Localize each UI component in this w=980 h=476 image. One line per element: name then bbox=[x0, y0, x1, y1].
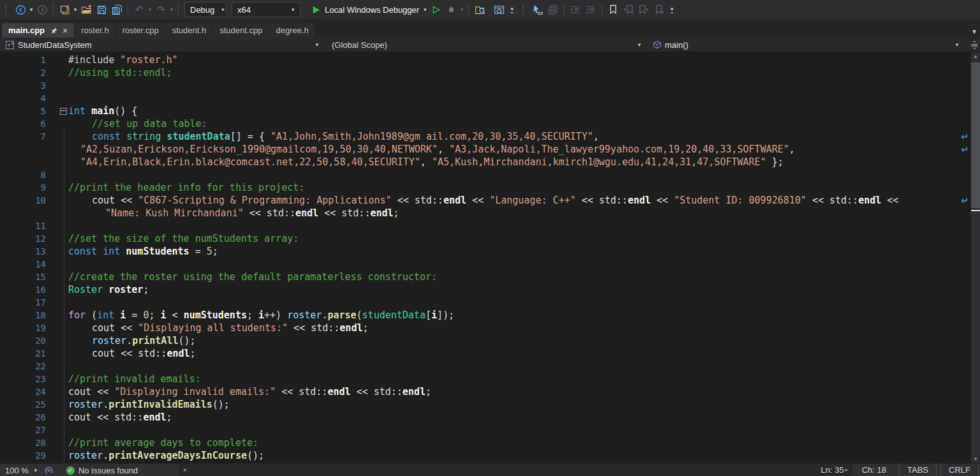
tab-degree-h[interactable]: degree.h bbox=[269, 23, 315, 38]
close-icon[interactable]: × bbox=[63, 26, 68, 36]
chevron-down-icon[interactable]: ▾ bbox=[168, 6, 175, 13]
code-line-28[interactable]: 28//print average days to complete: bbox=[0, 436, 980, 449]
code-line-15[interactable]: 15//create the roster using the default … bbox=[0, 271, 980, 283]
line-number[interactable]: 16 bbox=[0, 283, 46, 296]
tab-roster-h[interactable]: roster.h bbox=[75, 23, 115, 38]
code-line-22[interactable]: 22 bbox=[0, 360, 980, 373]
code-line-wrap[interactable]: "Name: Kush Mirchandani" << std::endl <<… bbox=[0, 207, 980, 219]
code-line-24[interactable]: 24cout << "Displaying invalid emails:" <… bbox=[0, 385, 980, 398]
code-line-23[interactable]: 23//print invalid emails: bbox=[0, 373, 980, 385]
code-line-21[interactable]: 21cout << std::endl; bbox=[0, 347, 980, 360]
scope-dropdown[interactable]: (Global Scope) ▾ bbox=[325, 38, 648, 52]
toolbar-overflow-button[interactable]: ▾ bbox=[510, 6, 514, 13]
code-line-27[interactable]: 27 bbox=[0, 424, 980, 436]
chevron-down-icon[interactable]: ▾ bbox=[28, 6, 34, 13]
solution-configuration-select[interactable]: Debug ▾ bbox=[184, 2, 226, 17]
code-line-13[interactable]: 13const int numStudents = 5; bbox=[0, 245, 980, 258]
tab-roster-cpp[interactable]: roster.cpp bbox=[116, 23, 166, 38]
document-list-dropdown-icon[interactable]: ▼ bbox=[971, 28, 977, 35]
code-line-18[interactable]: 18for (int i = 0; i < numStudents; i++) … bbox=[0, 309, 980, 322]
line-number[interactable]: 15 bbox=[0, 271, 46, 283]
tab-student-cpp[interactable]: student.cpp bbox=[213, 23, 269, 38]
line-number[interactable]: 21 bbox=[0, 347, 46, 360]
code-line-9[interactable]: 9//print the header info for this projec… bbox=[0, 181, 980, 194]
code-line-3[interactable]: 3 bbox=[0, 79, 980, 92]
open-file-button[interactable] bbox=[78, 2, 94, 17]
tab-student-h[interactable]: student.h bbox=[166, 23, 214, 38]
code-line-29[interactable]: 29roster.printAverageDaysInCourse(); bbox=[0, 449, 980, 462]
line-number[interactable]: 20 bbox=[0, 334, 46, 347]
scroll-left-icon[interactable]: ◄ bbox=[180, 464, 189, 476]
copy-item-button[interactable] bbox=[546, 2, 561, 17]
scrollbar-thumb[interactable] bbox=[971, 63, 980, 208]
line-number[interactable]: 27 bbox=[0, 424, 46, 436]
line-number[interactable]: 22 bbox=[0, 360, 46, 373]
save-all-button[interactable] bbox=[109, 2, 124, 17]
redo-button[interactable]: ↷ bbox=[153, 2, 168, 17]
zoom-level[interactable]: 100 % bbox=[5, 466, 29, 475]
code-line-4[interactable]: 4 bbox=[0, 92, 980, 105]
code-line-2[interactable]: 2//using std::endl; bbox=[0, 66, 980, 79]
code-line-1[interactable]: 1#include "roster.h" bbox=[0, 54, 980, 66]
code-line-8[interactable]: 8 bbox=[0, 168, 980, 181]
code-editor[interactable]: 1#include "roster.h"2//using std::endl;3… bbox=[0, 52, 980, 463]
start-without-debugging-button[interactable] bbox=[428, 2, 443, 17]
line-number[interactable]: 29 bbox=[0, 449, 46, 462]
scroll-down-icon[interactable]: ▼ bbox=[971, 456, 980, 462]
start-debugging-button[interactable] bbox=[308, 2, 323, 17]
issues-message[interactable]: No issues found bbox=[78, 466, 138, 475]
code-line-wrap[interactable]: "A4,Erin,Black,Erin.black@comcast.net,22… bbox=[0, 156, 980, 168]
line-number[interactable]: 24 bbox=[0, 385, 46, 398]
code-line-16[interactable]: 16Roster roster; bbox=[0, 283, 980, 296]
code-line-14[interactable]: 14 bbox=[0, 258, 980, 271]
line-number[interactable]: 8 bbox=[0, 168, 46, 181]
line-number[interactable]: 25 bbox=[0, 398, 46, 411]
split-window-icon[interactable] bbox=[970, 40, 979, 50]
navigate-to-cursor-button[interactable] bbox=[530, 2, 546, 17]
navigate-backward-button[interactable] bbox=[13, 2, 28, 17]
member-dropdown[interactable]: main() ▾ bbox=[648, 38, 980, 52]
horizontal-scrollbar[interactable]: ◄ ► bbox=[179, 464, 852, 476]
code-line-11[interactable]: 11 bbox=[0, 219, 980, 232]
tab-main-cpp[interactable]: main.cpp× bbox=[2, 23, 75, 38]
project-dropdown[interactable]: StudentDataSystem ▾ bbox=[0, 38, 325, 52]
toolbar-overflow-button[interactable]: ▾ bbox=[671, 6, 674, 13]
line-number[interactable]: 17 bbox=[0, 296, 46, 309]
chevron-down-icon[interactable]: ▾ bbox=[422, 6, 428, 13]
line-endings-indicator[interactable]: CRLF bbox=[940, 464, 979, 476]
line-number[interactable]: 12 bbox=[0, 232, 46, 245]
toolbar-grip[interactable] bbox=[5, 4, 9, 15]
solution-platform-select[interactable]: x64 ▾ bbox=[232, 2, 301, 17]
line-number[interactable]: 4 bbox=[0, 92, 46, 105]
chevron-down-icon[interactable]: ▾ bbox=[147, 6, 153, 13]
code-line-20[interactable]: 20roster.printAll(); bbox=[0, 334, 980, 347]
vertical-scrollbar[interactable]: ▲ ▼ bbox=[971, 52, 980, 463]
line-number[interactable]: 3 bbox=[0, 79, 46, 92]
save-button[interactable] bbox=[94, 2, 109, 17]
chevron-down-icon[interactable]: ▾ bbox=[459, 6, 465, 13]
code-line-10[interactable]: 10cout << "C867-Scripting & Programming:… bbox=[0, 194, 980, 207]
new-project-button[interactable] bbox=[57, 2, 72, 17]
line-number[interactable]: 26 bbox=[0, 411, 46, 424]
line-number[interactable]: 13 bbox=[0, 245, 46, 258]
line-number[interactable]: 10 bbox=[0, 194, 46, 207]
code-line-wrap[interactable]: "A2,Suzan,Erickson,Erickson_1990@gmailco… bbox=[0, 143, 980, 156]
code-line-17[interactable]: 17 bbox=[0, 296, 980, 309]
previous-bookmark-button[interactable] bbox=[621, 2, 636, 17]
line-number[interactable]: 23 bbox=[0, 373, 46, 385]
line-number[interactable]: 19 bbox=[0, 322, 46, 334]
line-number[interactable]: 28 bbox=[0, 436, 46, 449]
toggle-bookmark-button[interactable] bbox=[605, 2, 621, 17]
line-number[interactable]: 2 bbox=[0, 66, 46, 79]
code-line-12[interactable]: 12//set the size of the numStudents arra… bbox=[0, 232, 980, 245]
collapse-toggle-icon[interactable] bbox=[60, 108, 67, 115]
clear-bookmarks-button[interactable] bbox=[651, 2, 667, 17]
hot-reload-button[interactable] bbox=[443, 2, 459, 17]
pin-icon[interactable] bbox=[50, 27, 58, 34]
find-in-files-button[interactable] bbox=[472, 2, 487, 17]
scroll-up-icon[interactable]: ▲ bbox=[971, 54, 980, 59]
indent-mode-indicator[interactable]: TABS bbox=[899, 464, 937, 476]
code-line-26[interactable]: 26cout << std::endl; bbox=[0, 411, 980, 424]
line-number[interactable]: 18 bbox=[0, 309, 46, 322]
line-number[interactable]: 5 bbox=[0, 105, 46, 117]
